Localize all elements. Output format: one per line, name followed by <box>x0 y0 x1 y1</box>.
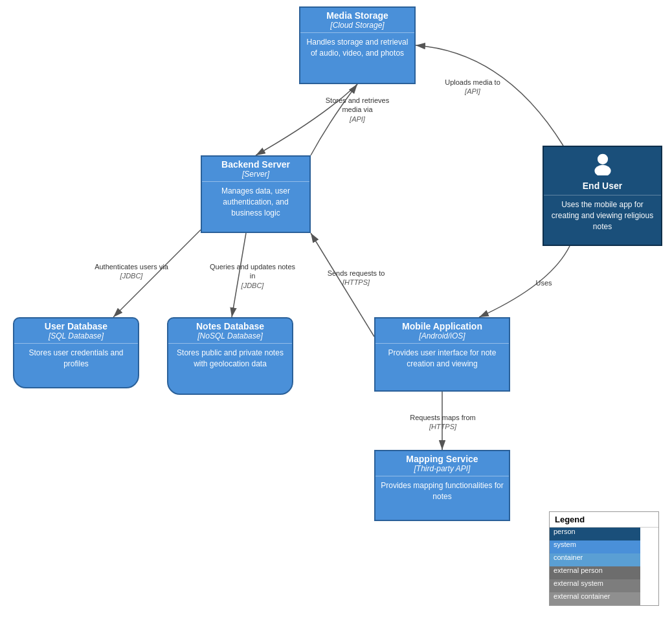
legend-label-person: person <box>550 528 579 535</box>
legend-item-container: container <box>550 553 658 566</box>
mapping-service-title: Mapping Service <box>375 451 509 464</box>
mobile-app-subtitle: [Android/iOS] <box>375 331 509 343</box>
notes-db-title: Notes Database <box>168 318 292 331</box>
mapping-service-desc: Provides mapping functionalities for not… <box>375 476 509 507</box>
legend-item-person: person <box>550 528 658 540</box>
media-storage-title: Media Storage <box>300 8 414 21</box>
diagram: Media Storage [Cloud Storage] Handles st… <box>0 0 672 624</box>
backend-server-subtitle: [Server] <box>202 170 309 181</box>
notes-database-box: Notes Database [NoSQL Database] Stores p… <box>167 317 293 395</box>
user-db-desc: Stores user credentials and profiles <box>14 343 138 375</box>
legend-item-external-system: external system <box>550 579 658 592</box>
svg-point-2 <box>594 165 610 175</box>
backend-server-desc: Manages data, user authentication, and b… <box>202 181 309 223</box>
legend-item-system: system <box>550 540 658 553</box>
legend-label-external-system: external system <box>550 579 607 587</box>
user-db-subtitle: [SQL Database] <box>14 331 138 343</box>
arrow-label-authenticates: Authenticates users via[JDBC] <box>89 262 174 281</box>
legend-label-system: system <box>550 540 580 548</box>
user-database-box: User Database [SQL Database] Stores user… <box>13 317 139 388</box>
end-user-box: End User Uses the mobile app for creatin… <box>543 146 662 246</box>
legend-label-container: container <box>550 553 587 561</box>
svg-point-1 <box>597 154 607 164</box>
mobile-app-title: Mobile Application <box>375 318 509 331</box>
media-storage-box: Media Storage [Cloud Storage] Handles st… <box>299 6 416 84</box>
mobile-application-box: Mobile Application [Android/iOS] Provide… <box>374 317 510 392</box>
end-user-title: End User <box>544 178 661 191</box>
arrow-label-sends-requests: Sends requests to[HTTPS] <box>317 269 395 287</box>
mapping-service-box: Mapping Service [Third-party API] Provid… <box>374 450 510 521</box>
legend-label-external-container: external container <box>550 592 614 600</box>
legend-item-external-person: external person <box>550 566 658 579</box>
person-icon <box>591 152 614 175</box>
legend-label-external-person: external person <box>550 566 607 574</box>
media-storage-subtitle: [Cloud Storage] <box>300 21 414 32</box>
end-user-desc: Uses the mobile app for creating and vie… <box>544 195 661 237</box>
backend-server-title: Backend Server <box>202 157 309 170</box>
backend-server-box: Backend Server [Server] Manages data, us… <box>201 155 311 233</box>
mobile-app-desc: Provides user interface for note creatio… <box>375 343 509 375</box>
legend-title: Legend <box>550 512 658 528</box>
arrow-label-uploads-media: Uploads media to[API] <box>440 78 505 96</box>
arrow-label-uses: Uses <box>524 278 563 287</box>
arrow-label-maps: Requests maps from[HTTPS] <box>404 413 482 432</box>
legend: Legend person system container external … <box>549 511 659 606</box>
mapping-service-subtitle: [Third-party API] <box>375 464 509 476</box>
media-storage-desc: Handles storage and retrieval of audio, … <box>300 32 414 64</box>
arrow-label-queries: Queries and updates notes in[JDBC] <box>207 262 298 290</box>
user-db-title: User Database <box>14 318 138 331</box>
legend-item-external-container: external container <box>550 592 658 605</box>
notes-db-subtitle: [NoSQL Database] <box>168 331 292 343</box>
notes-db-desc: Stores public and private notes with geo… <box>168 343 292 375</box>
arrow-label-media-backend: Stores and retrieves media via[API] <box>319 96 396 124</box>
